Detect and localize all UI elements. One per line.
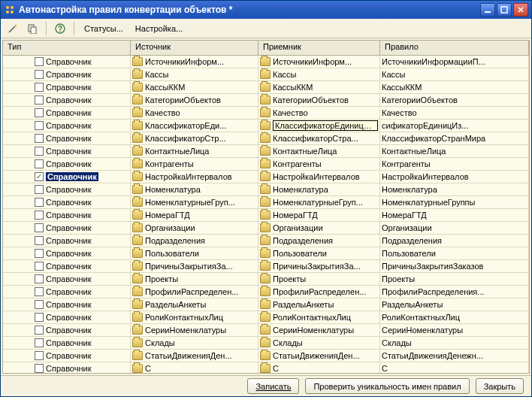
table-row[interactable]: СправочникКачествоКачествоКачество bbox=[3, 107, 529, 120]
cell-source[interactable]: Кассы bbox=[131, 68, 258, 81]
cell-type[interactable]: Справочник bbox=[3, 311, 131, 324]
cell-receiver[interactable]: КассыККМ bbox=[258, 81, 380, 94]
table-row[interactable]: СправочникКонтрагентыКонтрагентыКонтраге… bbox=[3, 158, 529, 171]
row-checkbox[interactable] bbox=[35, 57, 44, 66]
table-row[interactable]: СправочникСтатьиДвиженияДен...СтатьиДвиж… bbox=[3, 350, 529, 362]
row-checkbox[interactable] bbox=[35, 287, 44, 296]
cell-source[interactable]: ПричиныЗакрытияЗа... bbox=[131, 260, 258, 273]
row-checkbox[interactable] bbox=[35, 108, 44, 117]
cell-source[interactable]: СтатьиДвиженияДен... bbox=[131, 350, 258, 362]
cell-rule[interactable]: Качество bbox=[380, 107, 529, 120]
cell-source[interactable]: НоменклатурныеГруп... bbox=[131, 196, 258, 209]
table-row[interactable]: СправочникССС bbox=[3, 362, 529, 373]
cell-receiver[interactable]: СерииНоменклатуры bbox=[258, 324, 380, 337]
cell-rule[interactable]: НоменклатурныеГруппы bbox=[380, 196, 529, 209]
table-row[interactable]: СправочникКассыКассыКассы bbox=[3, 68, 529, 81]
table-row[interactable]: СправочникКассыККМКассыККМКассыККМ bbox=[3, 81, 529, 94]
maximize-button[interactable] bbox=[497, 3, 512, 17]
cell-rule[interactable]: НомераГТД bbox=[380, 209, 529, 222]
row-checkbox[interactable] bbox=[35, 338, 44, 347]
cell-type[interactable]: Справочник bbox=[3, 247, 131, 260]
cell-type[interactable]: Справочник bbox=[3, 81, 131, 94]
cell-type[interactable]: Справочник bbox=[3, 337, 131, 350]
cell-rule[interactable]: Склады bbox=[380, 337, 529, 350]
cell-source[interactable]: НомераГТД bbox=[131, 209, 258, 222]
table-row[interactable]: СправочникСерииНоменклатурыСерииНоменкла… bbox=[3, 324, 529, 337]
cell-receiver[interactable]: РазделыАнкеты bbox=[258, 299, 380, 311]
statuses-button[interactable]: Статусы... bbox=[79, 20, 128, 37]
cell-rule[interactable]: Организации bbox=[380, 222, 529, 235]
cell-type[interactable]: Справочник bbox=[3, 107, 131, 120]
cell-receiver[interactable]: НастройкаИнтервалов bbox=[258, 171, 380, 183]
column-header-receiver[interactable]: Приемник bbox=[258, 41, 380, 55]
cell-type[interactable]: Справочник bbox=[3, 235, 131, 247]
table-row[interactable]: СправочникПользователиПользователиПользо… bbox=[3, 247, 529, 260]
table-row[interactable]: СправочникКлассификаторЕди...Классификат… bbox=[3, 120, 529, 132]
cell-receiver[interactable]: НоменклатурныеГруп... bbox=[258, 196, 380, 209]
cell-source[interactable]: ПрофилиРаспределен... bbox=[131, 286, 258, 299]
table-row[interactable]: СправочникОрганизацииОрганизацииОрганиза… bbox=[3, 222, 529, 235]
cell-rule[interactable]: РолиКонтактныхЛиц bbox=[380, 311, 529, 324]
cell-rule[interactable]: РазделыАнкеты bbox=[380, 299, 529, 311]
row-checkbox[interactable] bbox=[35, 185, 44, 194]
row-checkbox[interactable] bbox=[35, 236, 44, 245]
table-row[interactable]: ✓СправочникНастройкаИнтерваловНастройкаИ… bbox=[3, 171, 529, 183]
cell-source[interactable]: Пользователи bbox=[131, 247, 258, 260]
column-header-source[interactable]: Источник bbox=[131, 41, 258, 55]
row-checkbox[interactable] bbox=[35, 198, 44, 207]
cell-type[interactable]: Справочник bbox=[3, 299, 131, 311]
cell-receiver[interactable]: Проекты bbox=[258, 273, 380, 286]
cell-source[interactable]: Качество bbox=[131, 107, 258, 120]
cell-receiver[interactable]: РолиКонтактныхЛиц bbox=[258, 311, 380, 324]
cell-source[interactable]: Контрагенты bbox=[131, 158, 258, 171]
cell-type[interactable]: Справочник bbox=[3, 183, 131, 196]
row-checkbox[interactable] bbox=[35, 134, 44, 143]
cell-rule[interactable]: Контрагенты bbox=[380, 158, 529, 171]
cell-type[interactable]: Справочник bbox=[3, 145, 131, 158]
table-row[interactable]: СправочникСкладыСкладыСклады bbox=[3, 337, 529, 350]
table-row[interactable]: СправочникКлассификаторСтр...Классификат… bbox=[3, 132, 529, 145]
cell-type[interactable]: Справочник bbox=[3, 324, 131, 337]
row-checkbox[interactable] bbox=[35, 262, 44, 271]
cell-rule[interactable]: КассыККМ bbox=[380, 81, 529, 94]
table-row[interactable]: СправочникРазделыАнкетыРазделыАнкетыРазд… bbox=[3, 299, 529, 311]
wand-button[interactable] bbox=[4, 20, 22, 37]
cell-source[interactable]: Подразделения bbox=[131, 235, 258, 247]
cell-type[interactable]: Справочник bbox=[3, 94, 131, 107]
cell-rule[interactable]: С bbox=[380, 362, 529, 373]
cell-source[interactable]: Склады bbox=[131, 337, 258, 350]
table-row[interactable]: СправочникКатегорииОбъектовКатегорииОбъе… bbox=[3, 94, 529, 107]
cell-source[interactable]: СерииНоменклатуры bbox=[131, 324, 258, 337]
check-uniqueness-button[interactable]: Проверить уникальность имен правил bbox=[305, 378, 469, 394]
cell-rule[interactable]: ИсточникиИнформацииП... bbox=[380, 56, 529, 68]
cell-receiver[interactable]: КлассификаторЕдиницИзмерения bbox=[258, 120, 380, 132]
row-checkbox[interactable] bbox=[35, 274, 44, 283]
cell-rule[interactable]: СтатьиДвиженияДенежн... bbox=[380, 350, 529, 362]
cell-type[interactable]: Справочник bbox=[3, 120, 131, 132]
cell-rule[interactable]: Номенклатура bbox=[380, 183, 529, 196]
cell-source[interactable]: КлассификаторСтр... bbox=[131, 132, 258, 145]
row-checkbox[interactable] bbox=[35, 70, 44, 79]
cell-rule[interactable]: ПрофилиРаспределения... bbox=[380, 286, 529, 299]
row-checkbox[interactable] bbox=[35, 83, 44, 92]
cell-receiver[interactable]: КонтактныеЛица bbox=[258, 145, 380, 158]
cell-rule[interactable]: Подразделения bbox=[380, 235, 529, 247]
cell-rule[interactable]: СерииНоменклатуры bbox=[380, 324, 529, 337]
cell-source[interactable]: Организации bbox=[131, 222, 258, 235]
cell-type[interactable]: Справочник bbox=[3, 68, 131, 81]
cell-rule[interactable]: Проекты bbox=[380, 273, 529, 286]
cell-rule[interactable]: КлассификаторСтранМира bbox=[380, 132, 529, 145]
cell-receiver[interactable]: Кассы bbox=[258, 68, 380, 81]
cell-receiver[interactable]: ПричиныЗакрытияЗа... bbox=[258, 260, 380, 273]
cell-type[interactable]: Справочник bbox=[3, 286, 131, 299]
cell-rule[interactable]: ПричиныЗакрытияЗаказов bbox=[380, 260, 529, 273]
cell-type[interactable]: Справочник bbox=[3, 196, 131, 209]
cell-type[interactable]: Справочник bbox=[3, 350, 131, 362]
cell-rule[interactable]: НастройкаИнтервалов bbox=[380, 171, 529, 183]
table-row[interactable]: СправочникКонтактныеЛицаКонтактныеЛицаКо… bbox=[3, 145, 529, 158]
cell-rule[interactable]: Кассы bbox=[380, 68, 529, 81]
cell-type[interactable]: Справочник bbox=[3, 158, 131, 171]
column-header-rule[interactable]: Правило bbox=[380, 41, 529, 55]
row-checkbox[interactable] bbox=[35, 351, 44, 360]
cell-source[interactable]: ИсточникиИнформ... bbox=[131, 56, 258, 68]
